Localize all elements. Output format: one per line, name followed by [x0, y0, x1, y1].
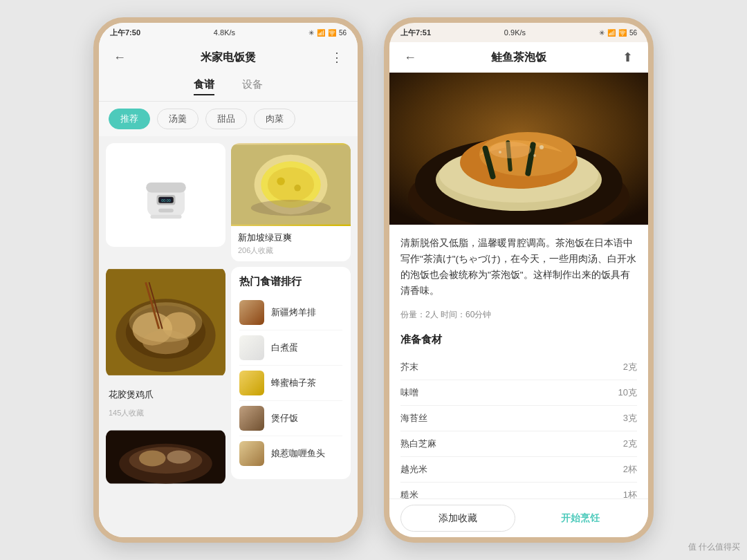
share-button[interactable]: ⬆ [618, 50, 637, 65]
signal-icon-right: 📶 [607, 29, 616, 37]
page-title-left: 米家电饭煲 [129, 50, 327, 65]
ingredient-1: 芥末 2克 [400, 355, 637, 380]
svg-point-14 [251, 200, 331, 216]
ing-name-6: 糙米 [400, 489, 418, 498]
header-left: ← 米家电饭煲 ⋮ [99, 42, 358, 73]
cook-button[interactable]: 开始烹饪 [524, 505, 637, 532]
ranking-card: 热门食谱排行 新疆烤羊排 白煮蛋 蜂蜜柚子茶 煲仔饭 [231, 267, 351, 479]
pill-meat[interactable]: 肉菜 [254, 109, 295, 129]
ing-amount-2: 10克 [618, 386, 637, 399]
header-right: ← 鲑鱼茶泡饭 ⬆ [389, 42, 648, 73]
recipe-description: 清新脱俗又低脂，温馨暖胃腔调高。茶泡饭在日本语中写作"茶漬け"(ちゃづけ)，在今… [400, 236, 637, 299]
signal-icon: 📶 [317, 29, 325, 37]
ing-amount-3: 3克 [623, 412, 637, 424]
ingredient-6: 糙米 1杯 [400, 483, 637, 498]
status-bar-left: 上午7:50 4.8K/s ✳ 📶 🛜 56 [99, 23, 358, 42]
my-recipe-saves: 145人收藏 [106, 408, 225, 424]
svg-rect-7 [150, 215, 181, 218]
tabs-row-left: 食谱 设备 [99, 73, 358, 102]
ing-amount-4: 2克 [623, 438, 637, 450]
bt-icon-right: ✳ [599, 29, 605, 37]
ranking-name-5: 娘惹咖喱鱼头 [271, 447, 325, 460]
battery-icon: 56 [339, 29, 347, 37]
ranking-item-1[interactable]: 新疆烤羊排 [239, 295, 342, 330]
my-recipe-image[interactable] [106, 267, 225, 377]
svg-point-12 [277, 177, 285, 185]
recipe-hero-image [389, 73, 648, 225]
svg-point-21 [129, 302, 203, 342]
ranking-item-5[interactable]: 娘惹咖喱鱼头 [239, 436, 342, 471]
svg-point-41 [499, 151, 501, 153]
pill-soup[interactable]: 汤羹 [157, 109, 199, 129]
top-grid: 00:00 [106, 143, 351, 261]
ranking-thumb-1 [239, 300, 264, 325]
back-button-right[interactable]: ← [400, 50, 420, 65]
ing-name-5: 越光米 [400, 463, 427, 476]
featured-recipe-body: 新加坡绿豆爽 206人收藏 [231, 226, 351, 261]
ing-amount-5: 2杯 [623, 463, 637, 476]
ing-amount-1: 2克 [623, 361, 637, 373]
featured-recipe-card[interactable]: 新加坡绿豆爽 206人收藏 [231, 143, 351, 261]
svg-point-11 [268, 167, 314, 202]
svg-rect-6 [158, 209, 174, 212]
ranking-name-3: 蜂蜜柚子茶 [271, 377, 316, 389]
left-phone: 上午7:50 4.8K/s ✳ 📶 🛜 56 ← 米家电饭煲 ⋮ 食谱 设备 推… [93, 17, 363, 543]
svg-rect-1 [146, 183, 186, 192]
pill-recommend[interactable]: 推荐 [109, 109, 150, 129]
my-recipe-section: 花胶煲鸡爪 145人收藏 [106, 267, 225, 485]
extra-preview [106, 429, 225, 485]
rice-cooker-icon: 00:00 [135, 164, 197, 226]
page-title-right: 鲑鱼茶泡饭 [420, 50, 618, 65]
ing-name-1: 芥末 [400, 361, 418, 373]
ingredient-5: 越光米 2杯 [400, 457, 637, 483]
status-icons-left: ✳ 📶 🛜 56 [308, 29, 347, 37]
svg-point-28 [167, 450, 191, 463]
svg-text:00:00: 00:00 [161, 198, 170, 203]
recipe-meta: 份量：2人 时间：60分钟 [400, 309, 637, 321]
ranking-item-4[interactable]: 煲仔饭 [239, 401, 342, 436]
ranking-item-3[interactable]: 蜂蜜柚子茶 [239, 366, 342, 401]
time-right: 上午7:51 [400, 28, 431, 38]
svg-point-40 [540, 145, 544, 149]
ing-name-3: 海苔丝 [400, 412, 427, 424]
svg-point-42 [533, 154, 536, 157]
pills-row: 推荐 汤羹 甜品 肉菜 [99, 102, 358, 136]
ranking-thumb-2 [239, 335, 264, 360]
save-button[interactable]: 添加收藏 [400, 505, 515, 532]
back-button-left[interactable]: ← [110, 50, 129, 65]
watermark: 值 什么值得买 [688, 541, 740, 553]
featured-recipe-saves: 206人收藏 [238, 245, 344, 256]
ranking-name-2: 白煮蛋 [271, 342, 298, 354]
rice-cooker-card: 00:00 [106, 143, 225, 247]
status-bar-right: 上午7:51 0.9K/s ✳ 📶 🛜 56 [389, 23, 648, 42]
bottom-grid: 花胶煲鸡爪 145人收藏 热门食谱排行 [106, 267, 351, 485]
ingredient-4: 熟白芝麻 2克 [400, 431, 637, 457]
bottom-action-bar: 添加收藏 开始烹饪 [389, 498, 648, 537]
ingredient-2: 味噌 10克 [400, 380, 637, 406]
pill-dessert[interactable]: 甜品 [205, 109, 247, 129]
tab-recipe[interactable]: 食谱 [194, 78, 214, 95]
recipe-content: 清新脱俗又低脂，温馨暖胃腔调高。茶泡饭在日本语中写作"茶漬け"(ちゃづけ)，在今… [389, 225, 648, 498]
bluetooth-icon: ✳ [308, 29, 314, 37]
battery-icon-right: 56 [629, 29, 637, 37]
speed-left: 4.8K/s [214, 28, 235, 37]
svg-point-27 [139, 450, 165, 466]
ranking-item-2[interactable]: 白煮蛋 [239, 330, 342, 366]
ingredient-3: 海苔丝 3克 [400, 406, 637, 431]
ranking-name-4: 煲仔饭 [271, 412, 298, 424]
ing-name-2: 味噌 [400, 386, 418, 399]
time-left: 上午7:50 [110, 28, 140, 38]
tab-device[interactable]: 设备 [242, 78, 263, 95]
wifi-icon-right: 🛜 [618, 29, 627, 37]
ranking-thumb-3 [239, 371, 264, 395]
ranking-thumb-5 [239, 441, 264, 466]
right-phone: 上午7:51 0.9K/s ✳ 📶 🛜 56 ← 鲑鱼茶泡饭 ⬆ [384, 17, 654, 543]
more-button-left[interactable]: ⋮ [327, 50, 347, 65]
svg-point-13 [294, 185, 301, 192]
ranking-thumb-4 [239, 406, 264, 431]
ingredients-title: 准备食材 [400, 333, 637, 346]
svg-point-39 [490, 142, 531, 158]
featured-recipe-name: 新加坡绿豆爽 [238, 232, 344, 244]
content-left: 00:00 [99, 136, 358, 537]
speed-right: 0.9K/s [504, 28, 526, 37]
